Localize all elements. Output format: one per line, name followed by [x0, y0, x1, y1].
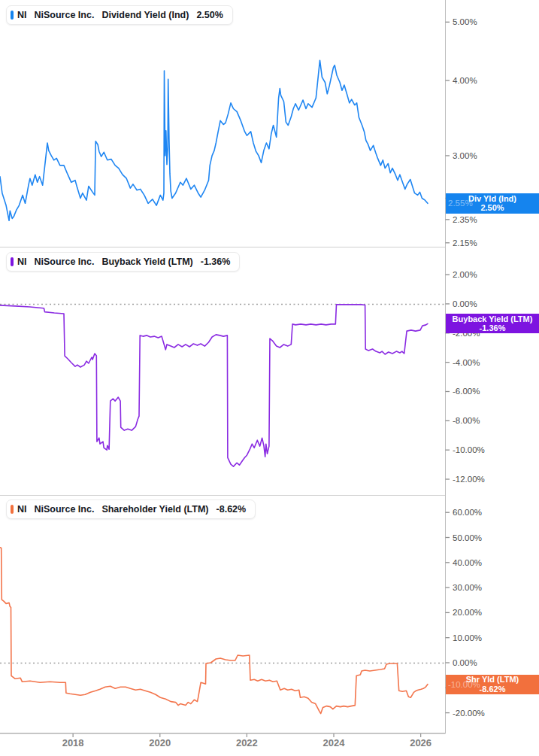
company-label: NiSource Inc.: [35, 10, 95, 20]
x-axis-tick-label: 2026: [410, 737, 432, 748]
axis-badge-dividend-yield[interactable]: 2.55% Div Yld (Ind) 2.50%: [446, 193, 539, 214]
legend-color-bar: [11, 257, 14, 266]
y-axis-tick-label: 50.00%: [453, 533, 482, 542]
company-label: NiSource Inc.: [35, 504, 95, 515]
axis-badge-buyback-yield[interactable]: Buyback Yield (LTM) -1.36%: [446, 314, 539, 333]
axis-badge-shareholder-yield[interactable]: -10.00% Shr Yld (LTM) -8.62%: [446, 675, 539, 694]
legend-pill-shareholder-yield[interactable]: NI NiSource Inc. Shareholder Yield (LTM)…: [6, 499, 256, 519]
y-axis-tick-label: 30.00%: [453, 583, 482, 592]
y-axis-tick-label: 0.00%: [453, 658, 477, 667]
metric-label: Buyback Yield (LTM): [101, 257, 192, 267]
value-label: -8.62%: [217, 504, 247, 515]
metric-label: Dividend Yield (Ind): [101, 10, 189, 20]
x-axis-tick-label: 2022: [236, 737, 258, 748]
y-axis-tick-label: 0.00%: [453, 299, 477, 308]
legend-pill-dividend-yield[interactable]: NI NiSource Inc. Dividend Yield (Ind) 2.…: [6, 5, 233, 25]
y-axis-tick-label: 20.00%: [453, 608, 482, 617]
value-label: -1.36%: [201, 257, 231, 267]
legend-color-bar: [11, 505, 14, 514]
chart-canvas[interactable]: [0, 0, 539, 756]
y-axis-tick-label: -8.00%: [453, 416, 480, 425]
series-line-2: [0, 548, 428, 714]
y-axis-tick-label: -6.00%: [453, 387, 480, 396]
y-axis-tick-label: 4.00%: [453, 76, 477, 85]
ticker-label: NI: [17, 10, 27, 20]
series-line-1: [0, 305, 428, 466]
metric-label: Shareholder Yield (LTM): [101, 504, 208, 515]
y-axis-tick-label: -20.00%: [453, 709, 485, 718]
series-line-0: [0, 60, 428, 220]
y-axis-tick-label: -4.00%: [453, 358, 480, 367]
badge-metric-label: Buyback Yield (LTM): [446, 314, 539, 324]
y-axis-tick-label: 60.00%: [453, 508, 482, 517]
y-axis-tick-label: -12.00%: [453, 475, 485, 484]
y-axis-tick-label: 2.35%: [453, 215, 477, 224]
y-axis-tick-label: 5.00%: [453, 17, 477, 26]
x-axis-tick-label: 2024: [323, 737, 345, 748]
hidden-tick-label: -10.00%: [448, 679, 480, 689]
x-axis-tick-label: 2018: [62, 737, 84, 748]
ticker-label: NI: [17, 504, 27, 515]
ticker-label: NI: [17, 257, 27, 267]
company-label: NiSource Inc.: [35, 257, 95, 267]
y-axis-tick-label: 3.00%: [453, 151, 477, 160]
y-axis-tick-label: -10.00%: [453, 445, 485, 454]
y-axis-tick-label: 10.00%: [453, 633, 482, 642]
legend-color-bar: [11, 11, 14, 20]
y-axis-tick-label: 2.15%: [453, 238, 477, 247]
x-axis-tick-label: 2020: [149, 737, 171, 748]
hidden-tick-label: 2.55%: [448, 199, 473, 208]
value-label: 2.50%: [196, 10, 223, 20]
y-axis-tick-label: 2.00%: [453, 270, 477, 279]
y-axis-tick-label: 40.00%: [453, 558, 482, 567]
legend-pill-buyback-yield[interactable]: NI NiSource Inc. Buyback Yield (LTM) -1.…: [6, 252, 240, 272]
badge-value-label: -1.36%: [446, 323, 539, 333]
chart-stage: NI NiSource Inc. Dividend Yield (Ind) 2.…: [0, 0, 539, 756]
